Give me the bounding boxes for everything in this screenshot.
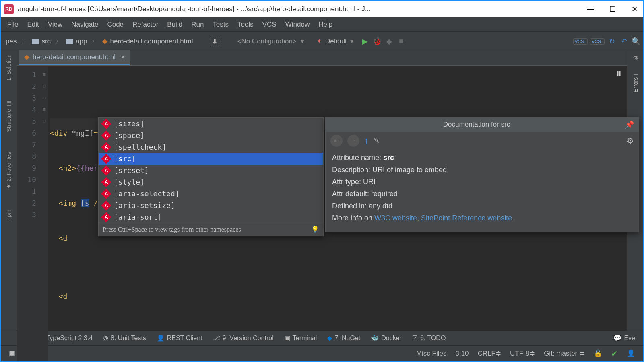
memory-indicator-icon[interactable]: 👤: [627, 349, 635, 358]
autocomplete-label: [spellcheck]: [114, 143, 166, 151]
editor-tabs: ◆ hero-detail.component.html ×: [17, 51, 627, 66]
vcs-update-icon[interactable]: VCS↓: [573, 38, 588, 45]
menu-refactor[interactable]: Refactor: [128, 18, 162, 31]
chevron-icon: 〉: [92, 38, 97, 45]
coverage-button[interactable]: ◆: [384, 37, 394, 46]
chevron-down-icon: ▾: [301, 37, 304, 45]
doc-header: Documentation for src 📌: [326, 118, 639, 132]
chevron-down-icon: ▾: [350, 37, 354, 45]
title-bar: RD angular-tour-of-heroes [C:\Users\maar…: [1, 1, 643, 17]
html-file-icon: ◆: [24, 53, 29, 61]
doc-title: Documentation for src: [328, 121, 625, 129]
menu-file[interactable]: File: [3, 18, 22, 31]
sidebar-toggle-icon[interactable]: ▣: [9, 349, 15, 358]
breadcrumb-text: src: [41, 37, 51, 45]
autocomplete-item[interactable]: [spellcheck]: [99, 141, 323, 153]
revert-icon[interactable]: ↶: [619, 37, 629, 46]
link-w3c[interactable]: W3C website: [374, 214, 417, 222]
app-icon: RD: [4, 4, 14, 14]
angular-icon: [101, 177, 111, 187]
menu-bar: File Edit View Navigate Code Refactor Bu…: [1, 17, 643, 32]
minimize-button[interactable]: —: [587, 5, 595, 13]
pause-icon[interactable]: ⏸: [615, 68, 623, 80]
flask-icon[interactable]: ⚗: [633, 54, 638, 62]
menu-window[interactable]: Window: [281, 18, 314, 31]
search-icon[interactable]: 🔍: [631, 37, 641, 46]
menu-tools[interactable]: Tools: [233, 18, 258, 31]
autocomplete-item[interactable]: [aria-sort]: [99, 211, 323, 223]
link-sitepoint[interactable]: SitePoint Reference website: [421, 214, 512, 222]
window-controls: — ☐ ✕: [587, 5, 638, 13]
autocomplete-item[interactable]: [space]: [99, 130, 323, 141]
breadcrumb-app[interactable]: app: [64, 37, 89, 46]
sidebar-favorites[interactable]: ★ 2: Favorites: [6, 152, 12, 189]
debug-button[interactable]: 🐞: [372, 37, 382, 46]
close-button[interactable]: ✕: [630, 5, 638, 13]
menu-run[interactable]: Run: [187, 18, 208, 31]
target-selector[interactable]: ✦ Default ▾: [312, 35, 358, 48]
doc-back-button[interactable]: ←: [330, 135, 343, 147]
tab-close-icon[interactable]: ×: [121, 53, 125, 60]
doc-settings-button[interactable]: ⚙: [627, 136, 634, 146]
menu-build[interactable]: Build: [163, 18, 186, 31]
breadcrumb-file[interactable]: ◆hero-detail.component.html: [100, 36, 195, 46]
autocomplete-item[interactable]: [src]: [99, 153, 323, 165]
sidebar-solution[interactable]: 1: Solution: [6, 54, 12, 81]
pin-icon[interactable]: 📌: [625, 120, 634, 129]
tab-label: hero-detail.component.html: [33, 53, 116, 61]
autocomplete-item[interactable]: [style]: [99, 176, 323, 188]
angular-icon: [101, 212, 111, 222]
tab-hero-detail[interactable]: ◆ hero-detail.component.html ×: [19, 50, 130, 65]
breadcrumb-root[interactable]: pes: [3, 37, 19, 46]
history-icon[interactable]: ↻: [607, 37, 617, 46]
target-label: Default: [325, 37, 347, 45]
run-config-selector[interactable]: <No Configuration> ▾: [231, 35, 310, 48]
fold-gutter[interactable]: ⊟⊟⊟⊟⊟: [40, 66, 48, 362]
folder-icon: [66, 39, 73, 44]
stop-button[interactable]: ■: [396, 37, 406, 46]
autocomplete-item[interactable]: [srcset]: [99, 165, 323, 176]
angular-icon: [101, 200, 111, 210]
autocomplete-label: [srcset]: [114, 166, 149, 175]
sidebar-npm[interactable]: npm: [6, 210, 12, 220]
line-gutter: 123 456 789 1012 3: [17, 66, 40, 362]
menu-edit[interactable]: Edit: [23, 18, 43, 31]
angular-icon: [101, 119, 111, 129]
autocomplete-label: [aria-setsize]: [114, 201, 175, 210]
autocomplete-item[interactable]: [aria-setsize]: [99, 200, 323, 211]
menu-code[interactable]: Code: [103, 18, 128, 31]
left-tool-strip: 1: Solution Structure ▤ ★ 2: Favorites n…: [1, 51, 17, 331]
popup-hint-text: Press Ctrl+Space to view tags from other…: [103, 226, 241, 233]
autocomplete-label: [space]: [114, 131, 144, 140]
doc-edit-button[interactable]: ✎: [374, 136, 380, 145]
config-label: <No Configuration>: [237, 37, 296, 45]
download-icon[interactable]: ⬇: [210, 37, 219, 46]
bulb-icon: 💡: [311, 226, 319, 233]
autocomplete-label: [sizes]: [114, 119, 144, 128]
maximize-button[interactable]: ☐: [609, 5, 617, 13]
doc-attr-name: src: [383, 154, 394, 162]
autocomplete-label: [src]: [114, 154, 136, 163]
autocomplete-label: [style]: [114, 178, 144, 186]
menu-view[interactable]: View: [44, 18, 67, 31]
chevron-icon: 〉: [56, 38, 61, 45]
sidebar-structure[interactable]: Structure ▤: [6, 101, 12, 132]
sidebar-errors[interactable]: Errors I: [632, 74, 639, 93]
autocomplete-label: [aria-sort]: [114, 213, 162, 221]
autocomplete-popup: [sizes][space][spellcheck][src][srcset][…: [98, 117, 324, 236]
run-button[interactable]: ▶: [360, 37, 370, 46]
doc-forward-button[interactable]: →: [347, 135, 359, 147]
breadcrumb-src[interactable]: src: [29, 37, 53, 46]
vcs-commit-icon[interactable]: VCS↑: [590, 38, 605, 45]
menu-navigate[interactable]: Navigate: [67, 18, 102, 31]
angular-icon: [101, 142, 111, 152]
menu-vcs[interactable]: VCS: [258, 18, 281, 31]
doc-up-button[interactable]: ↑: [364, 136, 369, 146]
folder-icon: [32, 39, 39, 44]
autocomplete-item[interactable]: [sizes]: [99, 118, 323, 130]
angular-icon: [101, 130, 111, 140]
autocomplete-item[interactable]: [aria-selected]: [99, 188, 323, 200]
menu-tests[interactable]: Tests: [208, 18, 233, 31]
menu-help[interactable]: Help: [314, 18, 336, 31]
doc-defined-in: Defined in: any dtd: [332, 200, 632, 212]
